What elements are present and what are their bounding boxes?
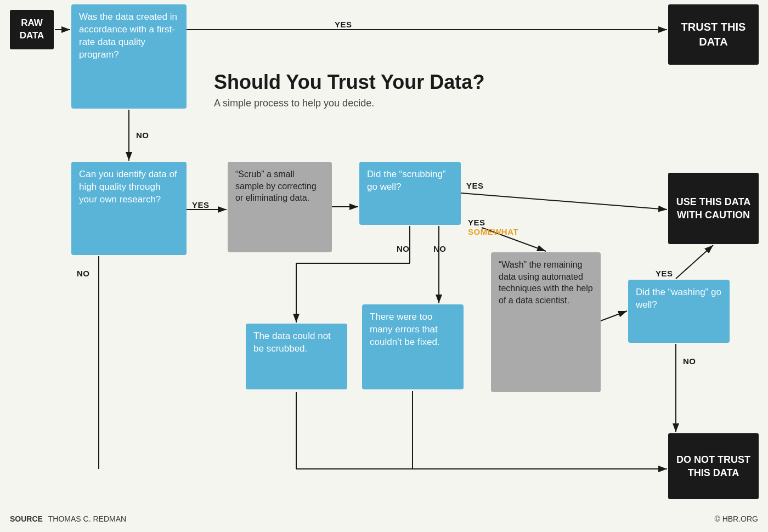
too-many-errors-box: There were too many errors that couldn’t… bbox=[362, 304, 464, 389]
no-label-scrub2: NO bbox=[433, 244, 447, 253]
caution-label: USE THIS DATA WITH CAUTION bbox=[676, 195, 751, 222]
q2-box: Can you identify data of high quality th… bbox=[71, 162, 187, 255]
footer-right: © HBR.ORG bbox=[714, 514, 758, 523]
diagram-container: RAW DATA Was the data created in accorda… bbox=[0, 0, 768, 532]
do-not-trust-label: DO NOT TRUST THIS DATA bbox=[676, 453, 751, 480]
scrub-text: “Scrub” a small sample by correcting or … bbox=[235, 169, 317, 202]
yes-label-wash: YES bbox=[656, 269, 673, 278]
too-many-errors-text: There were too many errors that couldn’t… bbox=[370, 312, 440, 347]
cannot-scrub-text: The data could not be scrubbed. bbox=[253, 331, 331, 354]
yes-somewhat-line1: YES bbox=[468, 218, 518, 228]
scrub-well-box: Did the “scrubbing” go well? bbox=[359, 162, 461, 225]
main-title: Should You Trust Your Data? bbox=[214, 71, 543, 93]
scrub-well-text: Did the “scrubbing” go well? bbox=[367, 169, 446, 192]
copyright-text: © HBR.ORG bbox=[714, 514, 758, 523]
no-label-scrub1: NO bbox=[397, 244, 410, 253]
no-label-wash: NO bbox=[683, 356, 696, 366]
yes-label-top: YES bbox=[335, 20, 352, 29]
q1-box: Was the data created in accordance with … bbox=[71, 4, 187, 109]
cannot-scrub-box: The data could not be scrubbed. bbox=[246, 324, 347, 389]
trust-label: TRUST THIS DATA bbox=[676, 20, 751, 49]
trust-box: TRUST THIS DATA bbox=[668, 4, 759, 65]
washing-well-text: Did the “washing” go well? bbox=[636, 287, 721, 310]
subtitle: A simple process to help you decide. bbox=[214, 98, 543, 109]
wash-box: “Wash” the remaining data using automate… bbox=[491, 252, 601, 392]
no-label-q2: NO bbox=[77, 269, 90, 278]
svg-line-12 bbox=[601, 311, 627, 321]
q1-text: Was the data created in accordance with … bbox=[79, 12, 177, 60]
do-not-trust-box: DO NOT TRUST THIS DATA bbox=[668, 433, 759, 499]
wash-text: “Wash” the remaining data using automate… bbox=[499, 260, 593, 305]
yes-somewhat-label: YES SOMEWHAT bbox=[468, 218, 518, 236]
yes-label-scrub-well: YES bbox=[466, 181, 484, 190]
q2-text: Can you identify data of high quality th… bbox=[79, 169, 177, 205]
washing-well-box: Did the “washing” go well? bbox=[628, 280, 730, 343]
caution-box: USE THIS DATA WITH CAUTION bbox=[668, 173, 759, 244]
scrub-box: “Scrub” a small sample by correcting or … bbox=[228, 162, 332, 252]
svg-line-6 bbox=[461, 193, 667, 210]
source-text: THOMAS C. REDMAN bbox=[48, 514, 126, 523]
footer: SOURCE THOMAS C. REDMAN bbox=[10, 514, 126, 523]
no-label-q1: NO bbox=[136, 131, 149, 140]
yes-label-q2: YES bbox=[192, 200, 210, 210]
title-area: Should You Trust Your Data? A simple pro… bbox=[214, 71, 543, 109]
raw-data-box: RAW DATA bbox=[10, 10, 54, 49]
source-label: SOURCE bbox=[10, 514, 43, 523]
raw-data-label: RAW DATA bbox=[13, 17, 50, 42]
svg-line-13 bbox=[676, 245, 713, 279]
yes-somewhat-line2: SOMEWHAT bbox=[468, 228, 518, 237]
